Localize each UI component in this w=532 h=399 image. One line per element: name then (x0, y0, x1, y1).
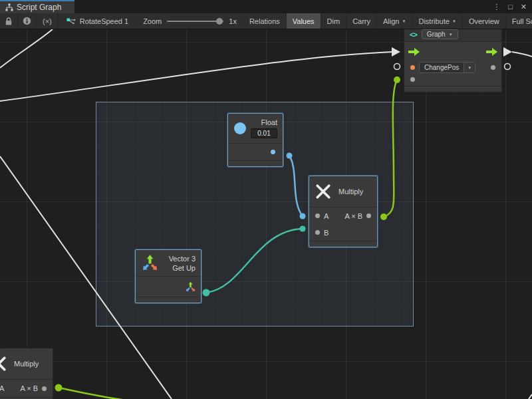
wire-flow-into-graph[interactable] (0, 52, 392, 101)
hierarchy-icon (5, 3, 13, 11)
node-title: Float (261, 118, 277, 126)
node-footer (136, 297, 201, 303)
script-graph-window: Script Graph ⋮ □ ✕ (×) (0, 0, 532, 399)
flow-out-arrow-icon[interactable] (486, 48, 497, 56)
carry-button[interactable]: Carry (346, 13, 377, 29)
chevron-down-icon: ▼ (402, 19, 406, 23)
chevron-down-icon: ▼ (449, 33, 453, 37)
node-footer (309, 241, 377, 247)
chevron-down-icon[interactable]: ▼ (464, 63, 475, 72)
chevron-down-icon: ▼ (452, 19, 456, 23)
float-value-input[interactable]: 0.01 (251, 128, 277, 138)
dim-button[interactable]: Dim (321, 13, 347, 29)
node-title: Multiply (338, 188, 363, 196)
variables-icon: (×) (43, 17, 52, 25)
window-menu-icon[interactable]: ⋮ (493, 3, 500, 11)
port-dot-orange[interactable] (410, 65, 415, 70)
changepos-dropdown[interactable]: ChangePos ▼ (419, 62, 475, 73)
node-title: Multiply (14, 360, 39, 368)
port-circle-left[interactable] (394, 64, 400, 70)
node-footer (404, 86, 501, 92)
tab-script-graph[interactable]: Script Graph (0, 0, 74, 13)
wire-multiply2-out[interactable] (59, 388, 160, 399)
script-graph-asset-icon (66, 17, 76, 25)
wire-arrowhead-out (503, 47, 512, 57)
node-float[interactable]: Float 0.01 (227, 113, 283, 167)
node-subtitle: Get Up (172, 264, 196, 272)
lock-icon (5, 17, 13, 26)
port-dot-float-output[interactable] (271, 150, 275, 154)
wire-arrowhead-in (392, 47, 400, 57)
port-dot-gray[interactable] (491, 65, 495, 70)
code-brackets-icon: <> (410, 31, 417, 39)
breadcrumb-label: RotateSpeed 1 (80, 17, 128, 25)
info-icon (23, 17, 31, 25)
port-dot-b[interactable] (315, 230, 320, 235)
graph-dropdown-button[interactable]: Graph ▼ (422, 29, 458, 39)
port-dot-multiply2-out[interactable] (55, 384, 63, 392)
fullscreen-button[interactable]: Full Screen (506, 13, 532, 29)
wire-flow-out-of-graph[interactable] (512, 52, 532, 57)
multiply-x-icon (0, 356, 7, 372)
relations-button[interactable]: Relations (243, 13, 287, 29)
window-close-icon[interactable]: ✕ (521, 3, 527, 11)
variables-button[interactable]: (×) (37, 13, 59, 29)
port-dot-result[interactable] (42, 386, 47, 391)
lock-button[interactable] (0, 13, 18, 29)
toolbar-right-group: Relations Values Dim Carry Align ▼ Distr… (243, 13, 532, 29)
port-dot-a[interactable] (315, 213, 320, 218)
node-multiply[interactable]: Multiply A A × B B (309, 176, 378, 247)
values-button[interactable]: Values (287, 13, 321, 29)
port-dot-result[interactable] (366, 213, 371, 218)
zoom-label: Zoom (143, 17, 162, 25)
float-icon (234, 122, 246, 134)
node-title: Vector 3 (169, 255, 196, 263)
zoom-slider[interactable] (167, 21, 223, 22)
inspect-button[interactable] (18, 13, 37, 29)
titlebar: Script Graph ⋮ □ ✕ (0, 0, 532, 13)
wire-white-corner[interactable] (529, 394, 532, 399)
align-dropdown[interactable]: Align ▼ (377, 13, 412, 29)
zoom-control: Zoom 1x (136, 13, 243, 29)
overview-button[interactable]: Overview (463, 13, 506, 29)
node-graph-host[interactable]: <> Graph ▼ (404, 29, 502, 92)
zoom-slider-handle[interactable] (216, 18, 223, 25)
node-multiply-2[interactable]: Multiply A A × B (0, 348, 53, 399)
port-dot-changepos-in[interactable] (394, 76, 400, 83)
vector3-axes-icon (141, 254, 159, 272)
port-circle-right[interactable] (505, 64, 511, 70)
window-maximize-icon[interactable]: □ (508, 3, 513, 11)
port-dot-gray[interactable] (410, 77, 415, 82)
node-vector3-getup[interactable]: Vector 3 Get Up (135, 249, 201, 303)
distribute-dropdown[interactable]: Distribute ▼ (412, 13, 462, 29)
wire-white-top-left[interactable] (0, 29, 53, 68)
node-footer (228, 160, 283, 166)
multiply-x-icon (315, 184, 331, 200)
zoom-value: 1x (229, 17, 237, 25)
vector3-port-icon[interactable] (185, 281, 196, 293)
tab-title: Script Graph (17, 3, 61, 12)
flow-in-arrow-icon[interactable] (408, 48, 420, 56)
toolbar: (×) RotateSpeed 1 Zoom 1x Relations Valu… (0, 13, 532, 29)
breadcrumb[interactable]: RotateSpeed 1 (59, 13, 136, 29)
graph-canvas[interactable]: <> Graph ▼ (0, 29, 532, 399)
